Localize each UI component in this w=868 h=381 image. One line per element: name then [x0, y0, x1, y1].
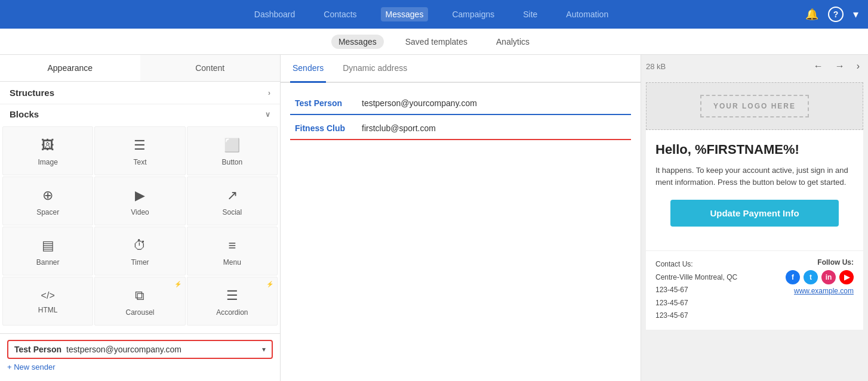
help-icon[interactable]: ? [828, 7, 844, 22]
nav-site[interactable]: Site [518, 7, 542, 21]
email-body: Hello, %FIRSTNAME%! It happens. To keep … [646, 130, 863, 250]
footer-contact-label: Contact Us: [655, 258, 737, 271]
text-icon: ☰ [134, 138, 146, 153]
block-social-label: Social [222, 208, 242, 216]
file-size: 28 kB [646, 62, 666, 71]
block-timer[interactable]: ⏱ Timer [94, 227, 185, 275]
nav-dashboard[interactable]: Dashboard [250, 7, 300, 21]
blocks-collapse-icon[interactable] [265, 110, 270, 119]
block-video[interactable]: ▶ Video [94, 176, 185, 225]
block-accordion[interactable]: ⚡ ☰ Accordion [187, 277, 278, 326]
carousel-icon: ⧉ [135, 288, 144, 303]
video-icon: ▶ [135, 188, 145, 203]
block-menu-label: Menu [223, 258, 241, 267]
undo-button[interactable]: ← [810, 58, 827, 74]
image-icon: 🖼 [41, 138, 54, 153]
sender-select[interactable]: Test Person testperson@yourcompany.com ▾ [7, 340, 273, 359]
structures-header[interactable]: Structures [0, 82, 280, 104]
block-carousel-label: Carousel [125, 308, 154, 317]
nav-contacts[interactable]: Contacts [319, 7, 361, 21]
more-options-button[interactable]: › [853, 58, 863, 74]
block-button[interactable]: ⬜ Button [187, 126, 278, 175]
footer-follow: Follow Us: f t in ▶ www.example.com [786, 258, 854, 295]
tab-senders[interactable]: Senders [290, 55, 326, 83]
block-social[interactable]: ↗ Social [187, 176, 278, 225]
new-sender-button[interactable]: + New sender [7, 359, 273, 375]
sender-row-name-fitness: Fitness Club [295, 123, 355, 133]
menu-icon: ≡ [228, 238, 236, 253]
tab-dynamic-address[interactable]: Dynamic address [340, 55, 410, 83]
nav-campaigns[interactable]: Campaigns [447, 7, 499, 21]
timer-icon: ⏱ [133, 238, 146, 253]
preview-toolbar: 28 kB ← → › [641, 55, 868, 78]
button-icon: ⬜ [224, 138, 240, 153]
blocks-header: Blocks [0, 104, 280, 124]
sender-bar: Test Person testperson@yourcompany.com ▾… [0, 333, 280, 381]
block-image-label: Image [38, 158, 57, 166]
spacer-icon: ⊕ [42, 188, 53, 203]
left-panel-tabs: Appearance Content [0, 55, 280, 82]
block-timer-label: Timer [131, 258, 149, 267]
twitter-icon[interactable]: t [804, 270, 818, 284]
top-nav-items: Dashboard Contacts Messages Campaigns Si… [250, 7, 613, 21]
structures-label: Structures [10, 88, 54, 98]
block-spacer-label: Spacer [36, 208, 59, 216]
accordion-icon: ☰ [226, 288, 238, 303]
sender-row-test-person[interactable]: Test Person testperson@yourcompany.com [290, 92, 631, 115]
block-video-label: Video [131, 208, 149, 216]
block-menu[interactable]: ≡ Menu [187, 227, 278, 275]
social-icon: ↗ [227, 188, 238, 203]
senders-list: Test Person testperson@yourcompany.com F… [281, 83, 641, 150]
block-html-label: HTML [38, 306, 58, 314]
email-footer: Contact Us: Centre-Ville Montreal, QC 12… [646, 250, 863, 330]
social-icons: f t in ▶ [786, 270, 854, 284]
left-panel: Appearance Content Structures Blocks 🖼 I… [0, 55, 281, 381]
top-navigation: Dashboard Contacts Messages Campaigns Si… [0, 0, 868, 29]
block-button-label: Button [221, 158, 242, 166]
sender-row-email-test: testperson@yourcompany.com [362, 98, 477, 108]
center-panel-tabs: Senders Dynamic address [281, 55, 641, 83]
block-carousel[interactable]: ⚡ ⧉ Carousel [94, 277, 185, 326]
sender-row-email-fitness: firstclub@sport.com [362, 123, 436, 133]
block-accordion-label: Accordion [216, 308, 248, 317]
instagram-icon[interactable]: in [821, 270, 836, 284]
block-text[interactable]: ☰ Text [94, 126, 185, 175]
block-html[interactable]: </> HTML [2, 277, 93, 326]
block-spacer[interactable]: ⊕ Spacer [2, 176, 93, 225]
redo-button[interactable]: → [832, 58, 848, 74]
footer-phone1: 123-45-67 [655, 284, 737, 297]
bell-icon[interactable]: 🔔 [805, 8, 818, 21]
block-image[interactable]: 🖼 Image [2, 126, 93, 175]
center-panel: Senders Dynamic address Test Person test… [281, 55, 641, 381]
tab-content[interactable]: Content [140, 55, 281, 81]
sender-row-name-test: Test Person [295, 98, 355, 108]
tab-appearance[interactable]: Appearance [0, 55, 140, 81]
banner-icon: ▤ [42, 238, 54, 253]
block-banner[interactable]: ▤ Banner [2, 227, 93, 275]
sender-row-fitness-club[interactable]: Fitness Club firstclub@sport.com [290, 117, 631, 140]
blocks-grid: 🖼 Image ☰ Text ⬜ Button ⊕ Spacer ▶ Video… [0, 124, 280, 328]
subnav-analytics[interactable]: Analytics [489, 35, 537, 49]
youtube-icon[interactable]: ▶ [839, 270, 854, 284]
sender-dropdown-arrow-icon: ▾ [262, 345, 266, 354]
html-icon: </> [41, 290, 55, 301]
sub-navigation: Messages Saved templates Analytics [0, 29, 868, 55]
blocks-label: Blocks [10, 109, 39, 119]
block-banner-label: Banner [36, 258, 60, 267]
logo-placeholder: YOUR LOGO HERE [700, 95, 809, 117]
top-nav-right: 🔔 ? ▾ [805, 7, 858, 22]
dropdown-icon[interactable]: ▾ [853, 8, 858, 21]
footer-address: Centre-Ville Montreal, QC [655, 271, 737, 284]
sender-name: Test Person [14, 345, 61, 354]
email-cta-button[interactable]: Update Payment Info [670, 200, 839, 227]
nav-automation[interactable]: Automation [561, 7, 613, 21]
footer-website-link[interactable]: www.example.com [786, 287, 854, 295]
subnav-messages[interactable]: Messages [331, 35, 384, 49]
facebook-icon[interactable]: f [786, 270, 800, 284]
email-greeting: Hello, %FIRSTNAME%! [655, 142, 854, 157]
new-sender-label: + New sender [7, 363, 56, 371]
subnav-saved-templates[interactable]: Saved templates [398, 35, 475, 49]
block-text-label: Text [133, 158, 146, 166]
nav-messages[interactable]: Messages [381, 7, 429, 21]
sender-email: testperson@yourcompany.com [66, 345, 257, 354]
